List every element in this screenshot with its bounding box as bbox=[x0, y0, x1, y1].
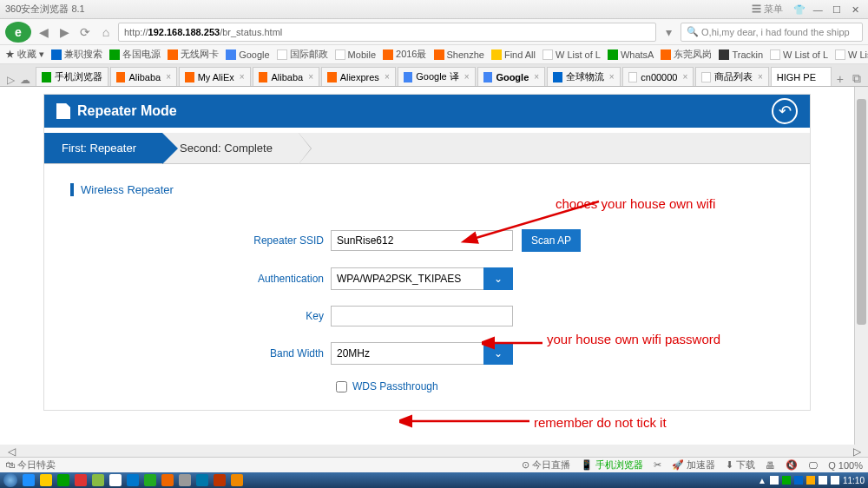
mute-icon[interactable]: 🔇 bbox=[786, 459, 798, 471]
favorites-icon[interactable]: ★ 收藏 ▾ bbox=[5, 48, 44, 61]
pin-icon[interactable]: 👕 bbox=[792, 4, 807, 16]
bookmark-item[interactable]: 各国电源 bbox=[109, 48, 161, 61]
tab[interactable]: Google 译× bbox=[398, 67, 476, 86]
taskbar-app-icon[interactable] bbox=[214, 474, 226, 486]
taskbar-folder-icon[interactable] bbox=[40, 474, 52, 486]
tab-close-icon[interactable]: × bbox=[534, 72, 539, 82]
tab-close-icon[interactable]: × bbox=[464, 72, 470, 82]
url-input[interactable]: http://192.168.188.253/br_status.html bbox=[118, 23, 656, 42]
cloud-icon[interactable]: ☁ bbox=[20, 74, 30, 86]
tab[interactable]: cn00000× bbox=[622, 67, 694, 86]
taskbar-app-icon[interactable] bbox=[144, 474, 156, 486]
scrollbar-thumb[interactable] bbox=[857, 99, 866, 325]
tray-icon[interactable] bbox=[782, 476, 791, 485]
taskbar-app-icon[interactable] bbox=[127, 474, 139, 486]
minimize-icon[interactable]: — bbox=[810, 4, 825, 15]
sale-icon[interactable]: 🛍 今日特卖 bbox=[5, 458, 56, 472]
tab-back-icon[interactable]: ▷ bbox=[7, 74, 15, 86]
bookmark-item[interactable]: Find All bbox=[491, 49, 536, 60]
speed-button[interactable]: 🚀加速器 bbox=[672, 458, 715, 472]
taskbar-chrome-icon[interactable] bbox=[109, 474, 122, 486]
tabs-overflow-icon[interactable]: ⧉ bbox=[849, 71, 865, 86]
tab[interactable]: Alibaba× bbox=[253, 67, 319, 86]
tab-close-icon[interactable]: × bbox=[758, 72, 763, 82]
tab[interactable]: My AliEx× bbox=[179, 67, 251, 86]
bookmark-item[interactable]: W List of L bbox=[835, 49, 868, 60]
step-first[interactable]: First: Repeater bbox=[44, 133, 162, 163]
maximize-icon[interactable]: ☐ bbox=[829, 4, 845, 16]
vertical-scrollbar[interactable] bbox=[854, 87, 868, 445]
tab[interactable]: 全球物流× bbox=[547, 67, 620, 86]
bookmark-item[interactable]: 东莞凤岗 bbox=[661, 48, 712, 61]
ssid-input[interactable] bbox=[331, 230, 513, 251]
forward-button[interactable]: ▶ bbox=[56, 23, 73, 41]
zoom-level[interactable]: Q 100% bbox=[828, 460, 863, 471]
tab-active[interactable]: HIGH PE bbox=[771, 67, 832, 86]
search-input[interactable]: 🔍 O,hi,my dear, i had found the shipp bbox=[681, 23, 863, 42]
tab-close-icon[interactable]: × bbox=[240, 72, 245, 82]
bookmark-item[interactable]: Mobile bbox=[335, 49, 376, 60]
live-button[interactable]: ⊙今日直播 bbox=[522, 458, 570, 472]
reload-button[interactable]: ⟳ bbox=[76, 23, 94, 41]
taskbar-app-icon[interactable] bbox=[196, 474, 208, 486]
tab[interactable]: Google× bbox=[477, 67, 545, 86]
home-button[interactable]: ⌂ bbox=[97, 23, 115, 41]
bookmark-item[interactable]: Trackin bbox=[719, 49, 763, 60]
tray-icon[interactable] bbox=[794, 476, 803, 485]
tab[interactable]: Alibaba× bbox=[110, 67, 177, 86]
back-button[interactable]: ◀ bbox=[35, 23, 52, 41]
dropdown-icon[interactable]: ▾ bbox=[660, 23, 677, 41]
bookmark-item[interactable]: 无线网卡 bbox=[168, 48, 219, 61]
start-button[interactable] bbox=[3, 473, 17, 487]
taskbar-app-icon[interactable] bbox=[75, 474, 87, 486]
new-tab-button[interactable]: + bbox=[833, 72, 847, 86]
step-second[interactable]: Second: Complete bbox=[162, 133, 299, 163]
bookmark-item[interactable]: WhatsA bbox=[608, 49, 654, 60]
taskbar-app-icon[interactable] bbox=[57, 474, 69, 486]
taskbar-app-icon[interactable] bbox=[161, 474, 174, 486]
wds-checkbox[interactable] bbox=[336, 381, 347, 392]
clock[interactable]: 11:10 bbox=[843, 476, 865, 485]
bookmark-item[interactable]: Shenzhe bbox=[434, 49, 484, 60]
cut-icon[interactable]: ✂ bbox=[654, 459, 661, 471]
browser-menu[interactable]: ☰ 菜单 bbox=[752, 3, 783, 16]
mobile-browser-button[interactable]: 📱手机浏览器 bbox=[581, 458, 643, 472]
tray-network-icon[interactable] bbox=[819, 476, 827, 485]
scroll-right-icon[interactable]: ▷ bbox=[851, 445, 863, 458]
taskbar-app-icon[interactable] bbox=[231, 474, 243, 486]
bandwidth-select[interactable]: 20MHz ⌄ bbox=[331, 342, 513, 365]
bookmark-item[interactable]: 国际邮政 bbox=[277, 48, 328, 61]
chevron-down-icon[interactable]: ⌄ bbox=[483, 342, 513, 365]
tab-close-icon[interactable]: × bbox=[609, 72, 615, 82]
tab-close-icon[interactable]: × bbox=[308, 72, 313, 82]
scroll-left-icon[interactable]: ◁ bbox=[5, 445, 17, 458]
tray-expand-icon[interactable]: ▲ bbox=[758, 476, 766, 485]
bookmark-item[interactable]: W List of L bbox=[542, 49, 601, 60]
bookmark-item[interactable]: Google bbox=[226, 49, 269, 60]
monitor-icon[interactable]: 🖵 bbox=[808, 460, 818, 471]
tab[interactable]: Aliexpres× bbox=[321, 67, 396, 86]
back-arrow-button[interactable]: ↶ bbox=[772, 98, 798, 124]
taskbar-app-icon[interactable] bbox=[179, 474, 191, 486]
browser-logo-icon[interactable]: e bbox=[5, 22, 31, 43]
tray-icon[interactable] bbox=[806, 476, 815, 485]
tab-close-icon[interactable]: × bbox=[385, 72, 390, 82]
tab[interactable]: 商品列表× bbox=[695, 67, 768, 86]
tray-icon[interactable] bbox=[770, 476, 779, 485]
tab-close-icon[interactable]: × bbox=[682, 72, 687, 82]
bookmark-item[interactable]: W List of L bbox=[770, 49, 828, 60]
bookmark-item[interactable]: 兼职搜索 bbox=[51, 48, 102, 61]
scan-ap-button[interactable]: Scan AP bbox=[522, 229, 581, 252]
taskbar-ie-icon[interactable] bbox=[23, 474, 35, 486]
tab-close-icon[interactable]: × bbox=[166, 72, 171, 82]
tray-sound-icon[interactable] bbox=[831, 476, 839, 485]
taskbar-excel-icon[interactable] bbox=[92, 474, 104, 486]
key-input[interactable] bbox=[331, 306, 513, 326]
print-icon[interactable]: 🖶 bbox=[766, 460, 775, 471]
tab[interactable]: 手机浏览器 bbox=[36, 67, 108, 86]
download-button[interactable]: ⬇下载 bbox=[726, 458, 755, 472]
chevron-down-icon[interactable]: ⌄ bbox=[483, 267, 513, 290]
auth-select[interactable]: WPA/WPA2PSK_TKIPAES ⌄ bbox=[331, 267, 513, 290]
bookmark-item[interactable]: 2016最 bbox=[383, 48, 426, 61]
close-icon[interactable]: ✕ bbox=[847, 4, 863, 16]
